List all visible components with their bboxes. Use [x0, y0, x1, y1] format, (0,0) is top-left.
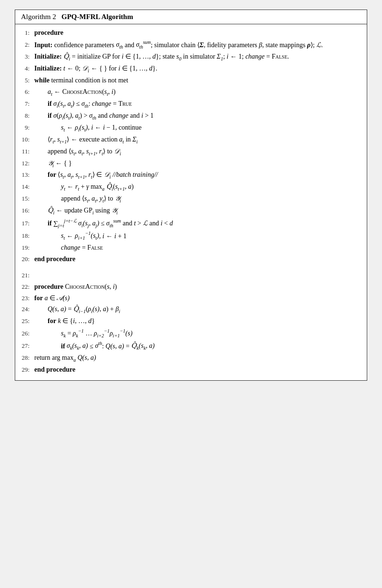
line-27: 27: if σk(sk, a) ≤ σth: Q(s, a) = Q̂k(sk…	[21, 340, 361, 353]
line-14: 14: yt ← rt + γ maxa Q̂i(st+1, a)	[21, 181, 361, 193]
line-12: 12: 𝒴i ← { }	[21, 158, 361, 170]
line-18: 18: st ← ρi+1−1(st), i ← i + 1	[21, 230, 361, 243]
algorithm-body: 1: procedure 2: Input: confidence parame…	[15, 24, 367, 380]
algorithm-header: Algorithm 2 GPQ-MFRL Algorithm	[15, 10, 367, 24]
line-15: 15: append ⟨st, at, yt⟩ to 𝒴i	[21, 193, 361, 205]
line-28: 28: return arg maxa Q(s, a)	[21, 352, 361, 364]
line-3: 3: Initialize: Q̂i = initialize GP for i…	[21, 51, 361, 63]
line-22: 22: procedure ChooseAction(s, i)	[21, 281, 361, 293]
line-29: 29: end procedure	[21, 364, 361, 375]
line-4: 4: Initialize: t ← 0; 𝒟i ← { } for i ∈ {…	[21, 63, 361, 75]
line-21: 21:	[21, 270, 361, 281]
empty-line-21	[21, 265, 361, 270]
line-10: 10: ⟨rt, st+1⟩ ← execute action at in Σi	[21, 134, 361, 146]
algorithm-box: Algorithm 2 GPQ-MFRL Algorithm 1: proced…	[15, 10, 367, 381]
line-20: 20: end procedure	[21, 253, 361, 265]
algo-name: GPQ-MFRL Algorithm	[61, 13, 133, 20]
line-1: 1: procedure	[21, 27, 361, 39]
algo-number: Algorithm 2	[21, 13, 56, 20]
line-5: 5: while terminal condition is not met	[21, 75, 361, 86]
line-19: 19: change = False	[21, 242, 361, 253]
line-6: 6: at ← ChooseAction(st, i)	[21, 86, 361, 98]
line-11: 11: append ⟨st, at, st+1, rt⟩ to 𝒟i	[21, 146, 361, 158]
line-17: 17: if ∑j=tj=t−ℒ σi(sj, aj) ≤ σthsum and…	[21, 217, 361, 230]
line-13: 13: for ⟨st, at, st+1, rt⟩ ∈ 𝒟i //batch …	[21, 169, 361, 181]
line-26: 26: sk = ρk−1 … ρi+2−1ρi+1−1(s)	[21, 327, 361, 340]
line-8: 8: if σ(ρi(st), at) > σth and change and…	[21, 110, 361, 122]
line-24: 24: Q(s, a) = Q̂i−1(ρi(s), a) + βi	[21, 304, 361, 315]
line-9: 9: st ← ρi(st), i ← i − 1, continue	[21, 122, 361, 134]
line-7: 7: if σi(st, at) ≤ σth: change = True	[21, 98, 361, 110]
line-16: 16: Q̂i ← update GPi using 𝒴i	[21, 205, 361, 217]
line-25: 25: for k ∈ {i, …, d}	[21, 315, 361, 327]
line-23: 23: for a ∈ 𝒜(s)	[21, 293, 361, 304]
line-2: 2: Input: confidence parameters σth and …	[21, 39, 361, 51]
